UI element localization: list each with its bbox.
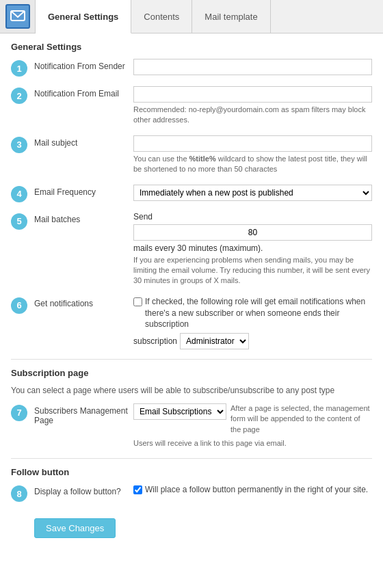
label-display-follow: Display a follow button? [27, 484, 133, 496]
mail-batches-input[interactable] [133, 224, 372, 241]
step-2-badge: 2 [11, 88, 27, 104]
email-sub-row: Email Subscriptions After a page is sele… [133, 403, 372, 435]
tab-general-settings[interactable]: General Settings [36, 0, 131, 34]
step-1-badge: 1 [11, 60, 27, 77]
mail-batches-row: Send mails every 30 minutes (maximum). [133, 212, 372, 253]
row-email-frequency: 4 Email Frequency Immediately when a new… [11, 185, 372, 202]
field-display-follow: Will place a follow button permanently i… [133, 484, 372, 496]
logo-icon [5, 4, 30, 29]
display-follow-hint: Will place a follow button permanently i… [145, 484, 368, 496]
follow-button-title: Follow button [11, 467, 372, 477]
logo [0, 0, 36, 33]
label-email-frequency: Email Frequency [27, 185, 133, 197]
field-mail-subject: You can use the %title% wildcard to show… [133, 135, 372, 175]
save-button-container: Save Changes [11, 511, 372, 538]
notification-email-input[interactable] [133, 86, 372, 103]
label-subscribers-mgmt: Subscribers Management Page [27, 403, 133, 425]
send-label: Send [133, 212, 153, 222]
row-notification-sender: 1 Notification From Sender [11, 59, 372, 77]
mail-subject-input[interactable] [133, 135, 372, 152]
notification-email-hint: Recommended: no-reply@yourdomain.com as … [133, 105, 372, 126]
field-get-notifications: If checked, the following role will get … [133, 296, 372, 349]
field-subscribers-mgmt: Email Subscriptions After a page is sele… [133, 403, 372, 449]
subscribers-mgmt-hint1: After a page is selected, the management… [230, 403, 372, 435]
row-subscribers-mgmt: 7 Subscribers Management Page Email Subs… [11, 403, 372, 449]
subscribers-mgmt-hint2: Users will receive a link to this page v… [133, 438, 372, 449]
step-7-badge: 7 [11, 405, 27, 421]
label-notification-email: Notification From Email [27, 86, 133, 98]
display-follow-checkbox-row: Will place a follow button permanently i… [133, 484, 372, 496]
admin-select-row: subscription Administrator Editor Author [133, 333, 372, 349]
label-mail-subject: Mail subject [27, 135, 133, 148]
label-mail-batches: Mail batches [27, 212, 133, 224]
label-get-notifications: Get notifications [27, 296, 133, 308]
label-notification-sender: Notification From Sender [27, 59, 133, 71]
general-settings-title: General Settings [11, 42, 372, 52]
section-divider-2 [11, 458, 372, 459]
row-notification-email: 2 Notification From Email Recommended: n… [11, 86, 372, 126]
subscription-page-desc: You can select a page where users will b… [11, 385, 372, 397]
notification-sender-input[interactable] [133, 59, 372, 75]
field-notification-email: Recommended: no-reply@yourdomain.com as … [133, 86, 372, 126]
get-notifications-checkbox[interactable] [133, 297, 142, 306]
save-changes-button[interactable]: Save Changes [34, 518, 116, 538]
field-mail-batches: Send mails every 30 minutes (maximum). I… [133, 212, 372, 286]
tabs-bar: General Settings Contents Mail template [0, 0, 383, 34]
field-notification-sender [133, 59, 372, 75]
get-notifications-checkbox-row: If checked, the following role will get … [133, 296, 372, 330]
display-follow-checkbox[interactable] [133, 485, 142, 494]
get-notifications-hint: If checked, the following role will get … [145, 296, 372, 330]
row-display-follow: 8 Display a follow button? Will place a … [11, 484, 372, 502]
row-mail-batches: 5 Mail batches Send mails every 30 minut… [11, 212, 372, 286]
section-divider [11, 359, 372, 360]
step-8-badge: 8 [11, 485, 27, 502]
subscription-label: subscription [133, 336, 177, 346]
main-content: General Settings 1 Notification From Sen… [0, 34, 383, 546]
subscription-page-title: Subscription page [11, 368, 372, 378]
tab-mail-template[interactable]: Mail template [192, 0, 270, 33]
step-3-badge: 3 [11, 137, 27, 153]
row-mail-subject: 3 Mail subject You can use the %title% w… [11, 135, 372, 175]
mail-subject-hint: You can use the %title% wildcard to show… [133, 154, 372, 175]
mail-batches-suffix: mails every 30 minutes (maximum). [133, 243, 263, 253]
step-4-badge: 4 [11, 186, 27, 202]
step-6-badge: 6 [11, 297, 27, 314]
subscribers-mgmt-select[interactable]: Email Subscriptions [133, 403, 226, 420]
step-5-badge: 5 [11, 213, 27, 230]
field-email-frequency: Immediately when a new post is published… [133, 185, 372, 201]
row-get-notifications: 6 Get notifications If checked, the foll… [11, 296, 372, 349]
mail-batches-hint: If you are experiencing problems when se… [133, 255, 372, 286]
tab-contents[interactable]: Contents [131, 0, 192, 33]
email-frequency-select[interactable]: Immediately when a new post is published… [133, 185, 372, 201]
email-sub-select-wrapper: Email Subscriptions [133, 403, 226, 420]
role-select[interactable]: Administrator Editor Author [180, 333, 249, 349]
